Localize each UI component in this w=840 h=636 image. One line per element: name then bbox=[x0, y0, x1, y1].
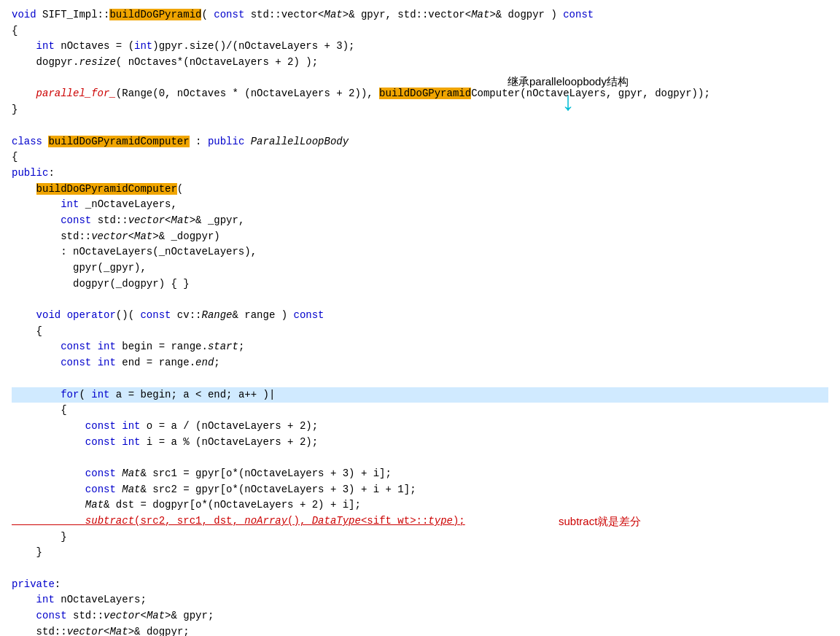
code-line-dst: Mat& dst = dogpyr[o*(nOctaveLayers + 2) … bbox=[12, 497, 828, 513]
code-line-close4: } bbox=[12, 530, 828, 546]
subtract-annotation: subtract就是差分 bbox=[559, 513, 641, 530]
code-line-param2: const std::vector<Mat>& _gpyr, bbox=[12, 213, 828, 229]
code-line-close1: } bbox=[12, 102, 828, 118]
code-line-2: { bbox=[12, 23, 828, 39]
code-line-o: const int o = a / (nOctaveLayers + 2); bbox=[12, 419, 828, 435]
code-line-operator: void operator()( const cv::Range& range … bbox=[12, 308, 828, 324]
code-line-end: const int end = range.end; bbox=[12, 355, 828, 371]
code-line-blank6 bbox=[12, 561, 828, 577]
code-line-for: for( int a = begin; a < end; a++ )| bbox=[12, 387, 828, 403]
code-line-private: private: bbox=[12, 577, 828, 593]
code-line-src1: const Mat& src1 = gpyr[o*(nOctaveLayers … bbox=[12, 466, 828, 482]
code-line-priv3: std::vector<Mat>& dogpyr; bbox=[12, 624, 828, 636]
code-line-public: public: bbox=[12, 166, 828, 182]
code-viewer: void SIFT_Impl::buildDoGPyramid( const s… bbox=[12, 7, 828, 636]
code-line-src2: const Mat& src2 = gpyr[o*(nOctaveLayers … bbox=[12, 482, 828, 498]
code-line-parallel: parallel_for_(Range(0, nOctaves * (nOcta… bbox=[12, 86, 828, 102]
code-line-init1: : nOctaveLayers(_nOctaveLayers), bbox=[12, 244, 828, 260]
code-line-subtract: subtract(src2, src1, dst, noArray(), Dat… bbox=[12, 513, 828, 530]
code-line-open2: { bbox=[12, 150, 828, 166]
code-line-class: class buildDoGPyramidComputer : public P… bbox=[12, 134, 828, 150]
code-line-blank2 bbox=[12, 118, 828, 134]
code-line-param1: int _nOctaveLayers, bbox=[12, 197, 828, 213]
code-line-blank5 bbox=[12, 450, 828, 466]
code-line-open4: { bbox=[12, 403, 828, 419]
code-line-3: int nOctaves = (int)gpyr.size()/(nOctave… bbox=[12, 39, 828, 55]
code-line-begin: const int begin = range.start; bbox=[12, 339, 828, 355]
code-line-init2: gpyr(_gpyr), bbox=[12, 260, 828, 276]
code-line-close5: } bbox=[12, 545, 828, 561]
code-line-blank3 bbox=[12, 292, 828, 308]
code-line-i: const int i = a % (nOctaveLayers + 2); bbox=[12, 435, 828, 451]
code-line-open3: { bbox=[12, 324, 828, 340]
code-line-blank4 bbox=[12, 371, 828, 387]
code-line-priv1: int nOctaveLayers; bbox=[12, 592, 828, 608]
code-line-param3: std::vector<Mat>& _dogpyr) bbox=[12, 229, 828, 245]
code-line-ctor: buildDoGPyramidComputer( bbox=[12, 182, 828, 198]
code-line-priv2: const std::vector<Mat>& gpyr; bbox=[12, 608, 828, 624]
code-line-blank1 bbox=[12, 71, 828, 87]
code-line-1: void SIFT_Impl::buildDoGPyramid( const s… bbox=[12, 7, 828, 23]
code-line-4: dogpyr.resize( nOctaves*(nOctaveLayers +… bbox=[12, 55, 828, 71]
code-line-init3: dogpyr(_dogpyr) { } bbox=[12, 276, 828, 292]
